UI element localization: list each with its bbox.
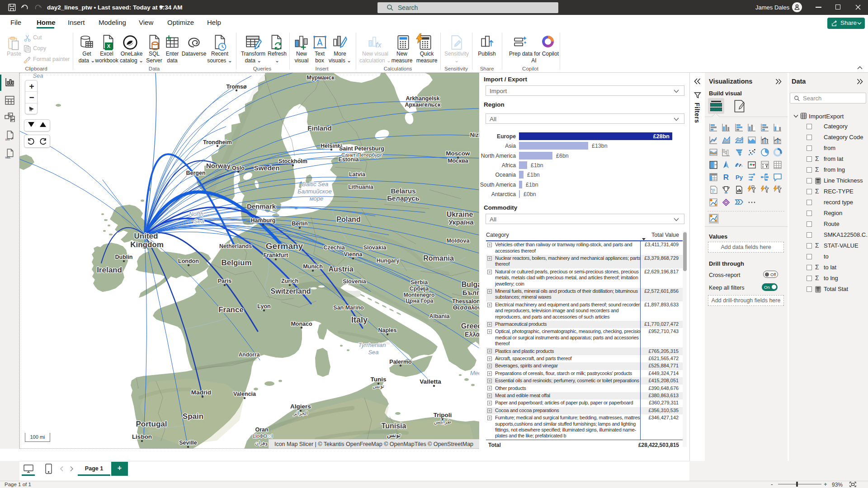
svg-text:Україна: Україна <box>448 218 474 226</box>
svg-text:море: море <box>310 195 324 202</box>
svg-text:Valletta: Valletta <box>420 378 441 385</box>
svg-text:Hungary: Hungary <box>377 258 400 264</box>
svg-text:Bergen: Bergen <box>186 170 205 176</box>
svg-text:Србија: Србија <box>410 286 429 292</box>
svg-text:Lyon: Lyon <box>257 303 270 310</box>
svg-text:Seville: Seville <box>179 440 197 446</box>
svg-text:Ireland: Ireland <box>97 266 122 274</box>
svg-text:Romania: Romania <box>423 254 454 262</box>
svg-text:LloΦO⁙l: LloΦO⁙l <box>253 433 273 439</box>
svg-text:Tunis: Tunis <box>371 376 387 383</box>
svg-text:Naples: Naples <box>378 327 397 333</box>
svg-text:Poland: Poland <box>336 216 360 223</box>
svg-text:Algiers: Algiers <box>290 403 311 410</box>
svg-text:Stockholm: Stockholm <box>278 158 307 164</box>
svg-text:الجزائر: الجزائر <box>293 410 308 416</box>
svg-text:Finland: Finland <box>307 124 331 132</box>
svg-text:fx: fx <box>376 41 382 49</box>
svg-text:Tromsø: Tromsø <box>226 84 247 90</box>
svg-text:Latvia: Latvia <box>349 171 366 178</box>
svg-text:R: R <box>723 173 729 182</box>
svg-text:Oslo: Oslo <box>232 165 245 171</box>
svg-text:Sea: Sea <box>193 218 204 225</box>
svg-text:Netherlands: Netherlands <box>219 243 252 249</box>
svg-text:Austria: Austria <box>328 265 353 273</box>
svg-text:Zurich: Zurich <box>281 278 298 284</box>
svg-text:Tunisia: Tunisia <box>382 422 406 430</box>
svg-text:Мурманск: Мурманск <box>307 75 335 81</box>
svg-text:Slovenia: Slovenia <box>343 278 366 285</box>
svg-text:Oran: Oran <box>255 427 268 433</box>
svg-text:Belarus: Belarus <box>391 187 415 195</box>
svg-text:Vienna: Vienna <box>344 251 363 258</box>
svg-text:Frankfurt: Frankfurt <box>264 252 289 258</box>
svg-text:Monaco: Monaco <box>291 321 312 327</box>
svg-text:United: United <box>134 232 158 240</box>
svg-text:Palermo: Palermo <box>389 359 412 365</box>
svg-text:North: North <box>189 211 203 217</box>
svg-text:Albania: Albania <box>429 313 450 319</box>
svg-text:Беларусь: Беларусь <box>387 194 420 202</box>
svg-text:Norway: Norway <box>206 162 231 169</box>
svg-text:Lithuania: Lithuania <box>348 184 374 190</box>
svg-text:Germany: Germany <box>266 241 303 251</box>
svg-text:Switzerland: Switzerland <box>271 287 311 295</box>
svg-text:Andorra: Andorra <box>239 352 260 358</box>
svg-text:Valencia: Valencia <box>233 391 256 397</box>
svg-text:Slovakia: Slovakia <box>363 244 387 251</box>
svg-text:Балтийское: Балтийское <box>297 188 331 195</box>
svg-text:Lisbon: Lisbon <box>132 433 152 440</box>
svg-text:Baltic Sea: Baltic Sea <box>302 181 329 188</box>
svg-text:Moldova: Moldova <box>447 238 470 244</box>
svg-text:طرابلس: طرابلس <box>434 419 452 425</box>
svg-text:Belgium: Belgium <box>221 258 251 267</box>
svg-text:San Marino: San Marino <box>333 305 364 311</box>
svg-text:Berlin: Berlin <box>292 221 307 227</box>
svg-text:Spain: Spain <box>183 412 203 421</box>
svg-text:Moscow: Moscow <box>446 150 470 157</box>
svg-text:Архангельск: Архангельск <box>405 102 441 108</box>
svg-text:Sweden: Sweden <box>254 164 280 172</box>
svg-text:Py: Py <box>736 174 743 181</box>
svg-text:Санкт-Петербург: Санкт-Петербург <box>341 152 382 158</box>
svg-text:Kingdom: Kingdom <box>130 240 164 249</box>
svg-text:Sea: Sea <box>33 73 43 79</box>
svg-text:وهران: وهران <box>255 440 268 446</box>
svg-text:Sea: Sea <box>368 349 378 356</box>
svg-text:Arkhangelsk: Arkhangelsk <box>406 95 439 102</box>
svg-text:Hamburg: Hamburg <box>251 217 276 224</box>
svg-text:Paris: Paris <box>218 278 232 284</box>
svg-text:Црна Гора: Црна Гора <box>406 298 434 304</box>
svg-text:Montenegro: Montenegro <box>404 292 435 298</box>
svg-text:Tyrrhenian: Tyrrhenian <box>358 342 386 348</box>
svg-text:Italy: Italy <box>351 315 368 324</box>
svg-text:Munich: Munich <box>303 263 323 270</box>
svg-text:London: London <box>178 258 199 264</box>
svg-text:Tripoli: Tripoli <box>434 412 452 418</box>
svg-text:Portugal: Portugal <box>136 420 167 428</box>
svg-text:Madrid: Madrid <box>191 389 211 396</box>
svg-text:Czechia: Czechia <box>323 244 345 251</box>
svg-text:Serbia: Serbia <box>410 279 428 286</box>
svg-text:France: France <box>218 305 244 314</box>
svg-text:Ukraine: Ukraine <box>447 211 473 218</box>
svg-text:Dublin: Dublin <box>115 254 133 260</box>
svg-text:تونس: تونس <box>387 432 401 439</box>
svg-text:Saint Petersburg: Saint Petersburg <box>339 145 384 152</box>
svg-text:Denmark: Denmark <box>247 202 276 210</box>
svg-text:تونس: تونس <box>373 383 384 389</box>
svg-text:Trondheim: Trondheim <box>203 139 232 145</box>
